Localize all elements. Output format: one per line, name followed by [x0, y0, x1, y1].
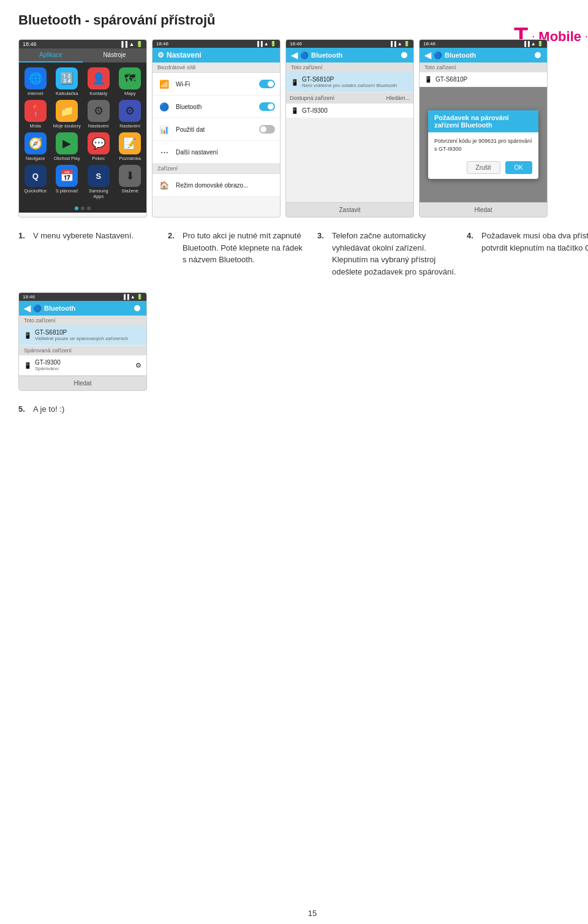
instruction-4: 4. Požadavek musí oba dva přístroje potv…: [467, 230, 588, 278]
screen3-phone: 18:46 ▐▐ ▲ 🔋 ◀ 🔵 Bluetooth Toto zařízení…: [285, 39, 414, 218]
step5-text: A je to! :): [33, 403, 64, 415]
app-icon-navigation[interactable]: 🧭 Navigace: [21, 132, 50, 161]
screen3-icons-right: ▐▐ ▲ 🔋: [389, 41, 410, 47]
screen3-scan-label: Hledám...: [386, 95, 410, 101]
settings2-icon: ⚙: [119, 100, 141, 122]
screen3-device2-icon: 📱: [291, 107, 298, 114]
instruction-1: 1. V menu vyberete Nastavení.: [18, 230, 158, 278]
quickoffice-label: Quickoffice: [24, 188, 47, 194]
screen2-more-left: ⋯ Další nastavení: [157, 145, 218, 159]
dot-1: [75, 206, 78, 210]
maps-label: Mapy: [124, 91, 135, 96]
screen3-device2[interactable]: 📱 GT-I9300: [286, 104, 413, 118]
screen4-phone: 18:46 ▐▐ ▲ 🔋 ◀ 🔵 Bluetooth Toto zařízení…: [419, 39, 548, 218]
app-icon-calculator[interactable]: 🔢 Kalkulačka: [53, 67, 81, 96]
screenshots-row-bottom: 18:46 ▐▐ ▲ 🔋 ◀ 🔵 Bluetooth Toto zařízení…: [18, 292, 588, 391]
app-icon-contacts[interactable]: 👤 Kontakty: [85, 67, 113, 96]
screen5-sparovana-label: Spárovaná zařízení: [19, 346, 146, 355]
quickoffice-icon: Q: [24, 165, 47, 187]
screen5-toto-label: Toto zařízení: [19, 316, 146, 325]
homescreen-icon: 🏠: [157, 178, 171, 192]
notes-label: Poznámka: [119, 156, 141, 161]
myfiles-icon: 📁: [56, 100, 78, 122]
screen4-statusbar: 18:46 ▐▐ ▲ 🔋: [420, 40, 547, 48]
screen4-device1-icon: 📱: [424, 76, 432, 83]
screen4-search-btn[interactable]: Hledat: [420, 202, 547, 217]
screen4-device1: 📱 GT-S6810P: [420, 72, 547, 87]
samsung-icon: S: [88, 165, 110, 187]
screen1-tab-apps[interactable]: Aplikace: [19, 48, 83, 62]
screen3-stop-btn[interactable]: Zastavit: [286, 202, 413, 217]
app-icon-quickoffice[interactable]: Q Quickoffice: [21, 165, 50, 199]
screen2-bt-left: 🔵 Bluetooth: [157, 100, 202, 113]
calculator-icon: 🔢: [56, 67, 78, 89]
contacts-icon: 👤: [88, 67, 110, 89]
screen4-bt-icon: 🔵: [434, 51, 442, 59]
screen2-bt-toggle[interactable]: [259, 102, 275, 111]
app-icon-settings2[interactable]: ⚙ Nastavení: [116, 100, 145, 129]
app-icon-notes[interactable]: 📝 Poznámka: [116, 132, 145, 161]
screen3-bt-toggle[interactable]: [393, 51, 409, 59]
screen1-statusbar: 18:46 ▐▐ ▲ 🔋: [19, 40, 146, 48]
app-icon-play[interactable]: ▶ Obchod Play: [53, 132, 81, 161]
screen5-bt-toggle[interactable]: [126, 304, 141, 312]
screen5-device2[interactable]: 📱 GT-I9300 Spárováno ⚙: [19, 355, 146, 376]
app-icon-maps[interactable]: 🗺 Mapy: [116, 67, 145, 96]
app-icon-pokec[interactable]: 💬 Pokec: [85, 132, 113, 161]
screen2-more-item[interactable]: ⋯ Další nastavení: [153, 141, 280, 164]
screen3-device1-icon: 📱: [291, 79, 298, 86]
screen3-device2-name: GT-I9300: [302, 107, 328, 114]
screen2-phone: 18:46 ▐▐ ▲ 🔋 ⚙ Nastavení Bezdrátové sítě…: [152, 39, 281, 218]
app-icon-settings[interactable]: ⚙ Nastavení: [85, 100, 113, 129]
screen5-device2-name: GT-I9300: [35, 359, 132, 366]
screen2-time: 18:46: [156, 41, 168, 47]
app-icon-calendar[interactable]: 📅 S plánovač: [53, 165, 81, 199]
screen3-bt-icon: 🔵: [300, 51, 309, 59]
screen4-back-icon[interactable]: ◀: [424, 50, 431, 60]
screen5-icons-right: ▐▐ ▲ 🔋: [122, 294, 143, 300]
pairing-cancel-btn[interactable]: Zrušit: [467, 161, 500, 174]
screen2-data-item[interactable]: 📊 Použití dat: [153, 118, 280, 141]
screen1-phone: 18:46 ▐▐ ▲ 🔋 Aplikace Nástroje 🌐 Interne…: [18, 39, 147, 218]
screen3-header-title: Bluetooth: [311, 51, 342, 59]
screen2-wifi-toggle[interactable]: [259, 80, 275, 88]
page-title: Bluetooth - spárování přístrojů: [18, 12, 588, 28]
screen5-header: ◀ 🔵 Bluetooth: [19, 301, 146, 316]
screen3-back-icon[interactable]: ◀: [291, 50, 298, 60]
screen5-settings-icon[interactable]: ⚙: [135, 362, 141, 369]
screen2-body: Bezdrátové sítě 📶 Wi-Fi 🔵 Bluetooth: [153, 62, 280, 197]
app-icon-myfiles[interactable]: 📁 Moje soubory: [53, 100, 81, 129]
screen2-wifi-item[interactable]: 📶 Wi-Fi: [153, 73, 280, 96]
calculator-label: Kalkulačka: [56, 91, 78, 96]
screen2-data-toggle[interactable]: [259, 125, 275, 134]
screen5-back-icon[interactable]: ◀: [24, 303, 31, 313]
myfiles-label: Moje soubory: [53, 123, 81, 129]
data-icon: 📊: [157, 123, 171, 136]
app-icon-downloads[interactable]: ⬇ Stažené: [116, 165, 145, 199]
app-icon-samsung[interactable]: S Samsung Apps: [85, 165, 113, 199]
screen1-tab-tools[interactable]: Nástroje: [83, 48, 146, 62]
downloads-icon: ⬇: [119, 165, 141, 187]
screen2-homescreen-left: 🏠 Režim domovské obrazo...: [157, 178, 248, 192]
step2-num: 2.: [168, 230, 179, 278]
screen3-header: ◀ 🔵 Bluetooth: [286, 48, 413, 62]
app-icon-internet[interactable]: 🌐 Internet: [21, 67, 50, 96]
screen4-toto-label: Toto zařízení: [420, 62, 547, 72]
screen5-device2-sub: Spárováno: [35, 366, 132, 371]
screen3-device1[interactable]: 📱 GT-S6810P Není viditelné pro ostatní z…: [286, 72, 413, 93]
step3-text: Telefon začne automaticky vyhledávat oko…: [332, 230, 457, 278]
screen5-device1-sub: Viditelné pouze ve spárovaných zařízeníc…: [35, 336, 128, 341]
pairing-dialog-btns: Zrušit OK: [428, 157, 538, 179]
screen4-bt-toggle[interactable]: [526, 51, 542, 59]
screen2-icons-right: ▐▐ ▲ 🔋: [255, 41, 276, 47]
screen3-device1-name: GT-S6810P: [302, 76, 397, 83]
downloads-label: Stažené: [121, 188, 138, 194]
pairing-ok-btn[interactable]: OK: [505, 161, 532, 174]
screen5-search-btn[interactable]: Hledat: [19, 376, 146, 390]
screen2-bluetooth-item[interactable]: 🔵 Bluetooth: [153, 96, 280, 118]
maps-icon: 🗺: [119, 67, 141, 89]
screen2-homescreen-item[interactable]: 🏠 Režim domovské obrazo...: [153, 174, 280, 197]
step5-num: 5.: [18, 403, 29, 415]
screen5-device1-name: GT-S6810P: [35, 329, 128, 336]
app-icon-places[interactable]: 📍 Místa: [21, 100, 50, 129]
